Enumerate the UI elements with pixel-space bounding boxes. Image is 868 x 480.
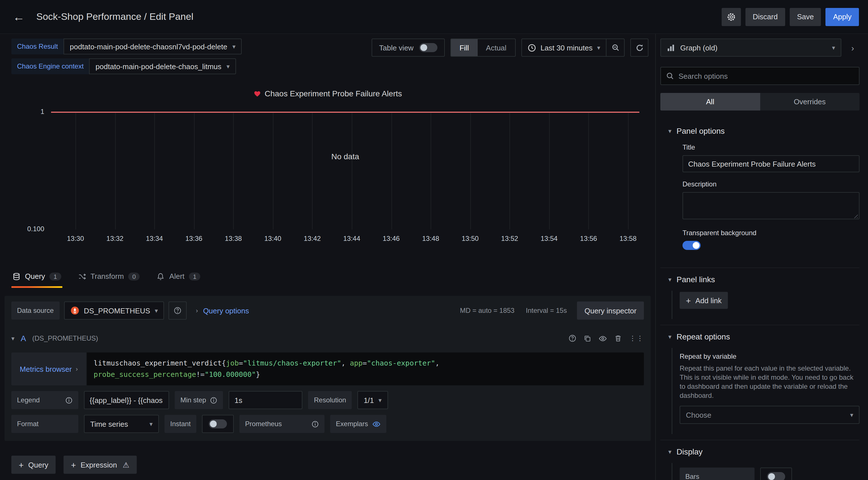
query-help-button[interactable] — [568, 334, 577, 342]
drag-handle[interactable]: ⋮⋮ — [629, 334, 644, 342]
display-header[interactable]: ▾ Display — [668, 440, 860, 463]
chevron-down-icon: ▾ — [150, 421, 153, 427]
exemplars-control[interactable]: Exemplars — [330, 415, 386, 433]
max-data-points: MD = auto = 1853 — [460, 307, 515, 314]
x-tick-label: 13:36 — [185, 235, 202, 243]
tab-alert[interactable]: Alert 1 — [156, 265, 202, 288]
transparent-background-label: Transparent background — [682, 229, 860, 237]
disable-query-eye-button[interactable] — [598, 334, 607, 343]
chevron-right-icon: › — [196, 307, 198, 314]
panel-options-header[interactable]: ▾ Panel options — [668, 119, 860, 142]
panel-edit-main: Chaos Result podtato-main-pod-delete-cha… — [0, 34, 656, 480]
exemplars-label-text: Exemplars — [336, 420, 368, 428]
gridline — [312, 112, 313, 230]
legend-label-text: Legend — [17, 396, 40, 404]
variable-value-dropdown[interactable]: podtato-main-pod-delete-chaosnl7vd-pod-d… — [64, 38, 242, 55]
chevron-down-icon: ▾ — [227, 63, 230, 69]
query-expression[interactable]: litmuschaos_experiment_verdict{job="litm… — [87, 352, 644, 385]
apply-button[interactable]: Apply — [826, 8, 859, 26]
prometheus-type-label: Prometheus — [240, 415, 324, 433]
time-controls: Last 30 minutes ▾ — [521, 38, 625, 57]
add-link-button[interactable]: + Add link — [680, 292, 728, 309]
gridline — [589, 112, 589, 230]
table-view-toggle[interactable] — [419, 43, 437, 52]
instant-label: Instant — [164, 415, 196, 433]
x-tick-label: 13:46 — [383, 235, 400, 243]
chevron-down-icon: ▾ — [668, 128, 672, 134]
query-datasource-hint: (DS_PROMETHEUS) — [32, 334, 98, 342]
query-ref-id[interactable]: A — [21, 334, 26, 343]
format-label: Format — [11, 415, 78, 433]
bars-toggle[interactable] — [767, 472, 785, 480]
collapse-row-icon[interactable]: ▾ — [11, 335, 14, 341]
visualization-picker[interactable]: Graph (old) ▾ — [660, 38, 841, 57]
chevron-right-icon: › — [76, 366, 78, 372]
query-code-line: litmuschaos_experiment_verdict{job="litm… — [94, 357, 637, 369]
add-expression-button[interactable]: + Expression ⚠ — [64, 456, 136, 474]
delete-query-button[interactable] — [614, 334, 622, 342]
zoom-out-button[interactable] — [607, 38, 625, 57]
x-tick-label: 13:38 — [225, 235, 242, 243]
discard-button[interactable]: Discard — [745, 8, 785, 26]
tab-transform[interactable]: Transform 0 — [77, 265, 141, 288]
section-heading: Display — [677, 447, 703, 456]
add-link-label: Add link — [695, 296, 722, 305]
query-row-actions: ⋮⋮ — [568, 334, 644, 343]
duplicate-query-button[interactable] — [584, 335, 591, 342]
save-button[interactable]: Save — [790, 8, 821, 26]
fill-option[interactable]: Fill — [451, 39, 477, 56]
panel-description-input[interactable] — [682, 192, 860, 219]
repeat-variable-placeholder: Choose — [686, 411, 711, 419]
refresh-icon — [635, 43, 644, 52]
format-select[interactable]: Time series ▾ — [84, 415, 159, 433]
panel-links-header[interactable]: ▾ Panel links — [668, 268, 860, 291]
section-heading: Repeat options — [677, 332, 730, 341]
warning-triangle-icon: ⚠ — [123, 460, 129, 469]
tab-overrides[interactable]: Overrides — [760, 93, 860, 110]
repeat-variable-select[interactable]: Choose ▾ — [680, 406, 860, 424]
datasource-picker[interactable]: DS_PROMETHEUS ▾ — [64, 302, 164, 320]
tab-query[interactable]: Query 1 — [11, 265, 62, 288]
query-row-header: ▾ A (DS_PROMETHEUS) — [11, 330, 644, 347]
panel-settings-button[interactable] — [722, 8, 741, 26]
transparent-background-toggle[interactable] — [682, 241, 701, 250]
collapse-options-pane-button[interactable]: › — [846, 38, 860, 57]
editor-tabs: Query 1 Transform 0 Alert 1 — [0, 265, 655, 288]
topbar: ← Sock-Shop Performance / Edit Panel Dis… — [0, 0, 868, 34]
chevron-down-icon: ▾ — [155, 307, 158, 314]
gridline — [75, 112, 76, 230]
refresh-button[interactable] — [630, 38, 648, 57]
variable-value-dropdown[interactable]: podtato-main-pod-delete-chaos_litmus ▾ — [89, 58, 236, 74]
table-view-label: Table view — [379, 43, 413, 52]
instant-toggle[interactable] — [209, 419, 227, 428]
panel-title-input[interactable] — [682, 155, 860, 172]
exemplars-eye-icon[interactable] — [372, 420, 380, 428]
plus-icon: + — [71, 460, 76, 470]
tab-count-badge: 1 — [50, 272, 61, 280]
resolution-select[interactable]: 1/1 ▾ — [358, 391, 388, 409]
repeat-options-header[interactable]: ▾ Repeat options — [668, 325, 860, 348]
datasource-help-button[interactable] — [169, 302, 187, 320]
gridline — [115, 112, 116, 230]
gridline — [273, 112, 274, 230]
time-range-picker[interactable]: Last 30 minutes ▾ — [521, 38, 607, 57]
back-button[interactable]: ← — [9, 7, 28, 26]
options-search-input[interactable] — [679, 72, 854, 80]
shuffle-icon — [78, 272, 86, 280]
min-step-input[interactable] — [229, 391, 303, 409]
zoom-out-icon — [611, 44, 619, 52]
options-filter-tabs: All Overrides — [660, 93, 860, 110]
actual-option[interactable]: Actual — [477, 39, 515, 56]
metrics-browser-button[interactable]: Metrics browser › — [11, 352, 86, 385]
chevron-down-icon: ▾ — [850, 412, 853, 418]
query-options-toggle[interactable]: › Query options — [196, 306, 249, 315]
query-options-label: Query options — [203, 306, 249, 315]
add-query-button[interactable]: + Query — [11, 456, 56, 474]
tab-all[interactable]: All — [660, 93, 760, 110]
query-inspector-button[interactable]: Query inspector — [577, 302, 644, 320]
chevron-down-icon: ▾ — [668, 449, 672, 455]
back-arrow-icon: ← — [13, 10, 25, 24]
chart: Probes failed 1 0.100 No data 13:3013:32… — [11, 106, 644, 249]
legend-input[interactable] — [84, 391, 169, 409]
gridline — [510, 112, 510, 230]
